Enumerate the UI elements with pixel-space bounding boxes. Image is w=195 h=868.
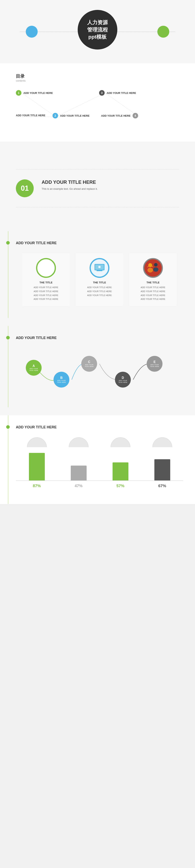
cover-main-circle: 人力资源 管理流程 ppt模板 bbox=[78, 10, 117, 50]
bar-labels: 87% 47% 57% 67% bbox=[16, 484, 183, 488]
bar-circle-1 bbox=[27, 437, 47, 447]
flow-node-b: B ADD YOURTEXE HERE bbox=[54, 372, 69, 388]
toc-item-4: ADD YOUR TITLE HERE 4 bbox=[101, 113, 138, 118]
flow-node-a-text: ADD YOURTEXE HERE bbox=[29, 368, 38, 372]
toc-left-label: ADD YOUR TITLE HERE bbox=[16, 114, 46, 117]
spacer-3 bbox=[0, 318, 195, 326]
flow-node-a-letter: A bbox=[32, 364, 35, 368]
card-3-title: THE TITLE bbox=[146, 281, 160, 284]
svg-point-7 bbox=[98, 266, 101, 268]
cover-circle-blue bbox=[26, 26, 38, 38]
section-dot-cards bbox=[6, 241, 10, 245]
card-3-circle bbox=[143, 258, 163, 278]
section-dot-flow bbox=[6, 336, 10, 339]
chapter01-section: 01 ADD YOUR TITLE HERE This is an exampl… bbox=[0, 153, 195, 223]
toc-label-2: ADD YOUR TITLE HERE bbox=[60, 114, 90, 117]
svg-line-0 bbox=[22, 93, 56, 117]
toc-item-1: 1 ADD YOUR TITLE HERE bbox=[16, 90, 53, 96]
toc-num-3: 3 bbox=[99, 90, 105, 96]
cover-section: 人力资源 管理流程 ppt模板 bbox=[0, 0, 195, 63]
card-2: THE TITLE ADD YOUR TITLE HERE ADD YOUR T… bbox=[76, 253, 123, 306]
toc-num-1: 1 bbox=[16, 90, 21, 96]
card-2-circle bbox=[90, 258, 109, 278]
toc-title-cn: 目录 bbox=[16, 73, 179, 79]
bar-fill-1 bbox=[29, 453, 45, 480]
flow-node-d-text: ADD YOURTEXE HERE bbox=[118, 380, 127, 383]
flow-section-title-row: ADD YOUR TITLE HERE bbox=[16, 336, 183, 340]
card-1-title: THE TITLE bbox=[39, 281, 53, 284]
flow-connections bbox=[16, 348, 183, 396]
chapter-num-circle: 01 bbox=[16, 179, 34, 197]
section-dot-bars bbox=[6, 425, 10, 429]
flow-node-b-letter: B bbox=[60, 376, 63, 380]
flow-node-e-letter: E bbox=[154, 360, 156, 364]
bar-item-4 bbox=[152, 459, 172, 480]
bar-circle-2 bbox=[69, 437, 89, 447]
flow-node-a: A ADD YOURTEXE HERE bbox=[26, 360, 41, 376]
flow-node-c-letter: C bbox=[88, 360, 90, 364]
laptop-svg bbox=[93, 263, 105, 273]
svg-point-11 bbox=[154, 263, 158, 267]
bar-circle-3 bbox=[111, 437, 131, 447]
bar-label-2: 47% bbox=[69, 484, 89, 488]
people-svg bbox=[144, 259, 162, 277]
page: 人力资源 管理流程 ppt模板 目录 contents 1 ADD YOUR T… bbox=[0, 0, 195, 504]
toc-label-1: ADD YOUR TITLE HERE bbox=[23, 92, 53, 94]
svg-rect-6 bbox=[96, 270, 103, 271]
cards-section-title: ADD YOUR TITLE HERE bbox=[16, 241, 57, 245]
card-1: THE TITLE ADD YOUR TITLE HERE ADD YOUR T… bbox=[22, 253, 70, 306]
chapter-num: 01 bbox=[21, 184, 29, 192]
bar-item-3 bbox=[111, 462, 131, 480]
bar-item-1 bbox=[27, 453, 47, 480]
spacer-2 bbox=[0, 223, 195, 231]
cover-circle-green bbox=[157, 26, 169, 38]
bar-item-2 bbox=[69, 466, 89, 480]
svg-point-8 bbox=[144, 259, 162, 277]
toc-label-3: ADD YOUR TITLE HERE bbox=[107, 92, 136, 94]
bar-section-title-row: ADD YOUR TITLE HERE bbox=[16, 425, 183, 429]
chapter-desc: This is an example text. Go ahead and re… bbox=[41, 187, 98, 191]
card-1-list: ADD YOUR TITLE HERE ADD YOUR TITLE HERE … bbox=[34, 285, 58, 301]
bar-top-circles bbox=[16, 437, 183, 447]
flow-node-b-text: ADD YOURTEXE HERE bbox=[57, 380, 66, 383]
cover-title-cn: 人力资源 管理流程 ppt模板 bbox=[87, 19, 108, 40]
spacer-1 bbox=[0, 142, 195, 153]
flow-node-c-text: ADD YOURTEXE HERE bbox=[85, 364, 93, 368]
bar-section-title: ADD YOUR TITLE HERE bbox=[16, 425, 57, 429]
toc-item-2: 2 ADD YOUR TITLE HERE bbox=[53, 113, 90, 118]
card-3-list: ADD YOUR TITLE HERE ADD YOUR TITLE HERE … bbox=[141, 285, 165, 301]
toc-label-4: ADD YOUR TITLE HERE bbox=[101, 114, 131, 117]
toc-title-en: contents bbox=[16, 79, 179, 82]
bar-label-3: 57% bbox=[111, 484, 131, 488]
bar-fill-3 bbox=[113, 462, 129, 480]
bar-circle-4 bbox=[152, 437, 172, 447]
cards-section-title-row: ADD YOUR TITLE HERE bbox=[16, 241, 183, 245]
card-2-title: THE TITLE bbox=[93, 281, 106, 284]
bar-label-1: 87% bbox=[27, 484, 47, 488]
bar-fill-2 bbox=[71, 466, 87, 480]
toc-item-3: 3 ADD YOUR TITLE HERE bbox=[99, 90, 136, 96]
card-2-list: ADD YOUR TITLE HERE ADD YOUR TITLE HERE … bbox=[87, 285, 112, 297]
cards-row: THE TITLE ADD YOUR TITLE HERE ADD YOUR T… bbox=[16, 253, 183, 306]
flow-node-e: E ADD YOURTEXE HERE bbox=[147, 356, 163, 372]
svg-point-12 bbox=[153, 267, 158, 272]
bar-chart-wrapper: 87% 47% 57% 67% bbox=[16, 437, 183, 488]
toc-num-2: 2 bbox=[53, 113, 58, 118]
bar-chart bbox=[16, 449, 183, 481]
toc-heading: 目录 contents bbox=[16, 73, 179, 82]
flow-node-c: C ADD YOURTEXE HERE bbox=[81, 356, 97, 372]
flow-node-d: D ADD YOURTEXE HERE bbox=[115, 372, 131, 388]
bar-section: ADD YOUR TITLE HERE bbox=[0, 415, 195, 504]
chapter-content: 01 ADD YOUR TITLE HERE This is an exampl… bbox=[16, 174, 179, 203]
flow-section: ADD YOUR TITLE HERE A ADD YOUR bbox=[0, 326, 195, 407]
svg-point-10 bbox=[147, 268, 153, 273]
flow-diagram: A ADD YOURTEXE HERE B ADD YOURTEXE HERE … bbox=[16, 348, 183, 396]
cards-section: ADD YOUR TITLE HERE THE TITLE ADD YOUR T… bbox=[0, 231, 195, 318]
chapter-text-block: ADD YOUR TITLE HERE This is an example t… bbox=[41, 179, 98, 191]
toc-items: 1 ADD YOUR TITLE HERE 3 ADD YOUR TITLE H… bbox=[16, 90, 179, 126]
toc-num-4: 4 bbox=[133, 113, 138, 118]
bar-label-4: 67% bbox=[152, 484, 172, 488]
flow-section-title: ADD YOUR TITLE HERE bbox=[16, 336, 57, 340]
toc-section: 目录 contents 1 ADD YOUR TITLE HERE 3 ADD … bbox=[0, 63, 195, 142]
flow-node-d-letter: D bbox=[122, 376, 124, 380]
